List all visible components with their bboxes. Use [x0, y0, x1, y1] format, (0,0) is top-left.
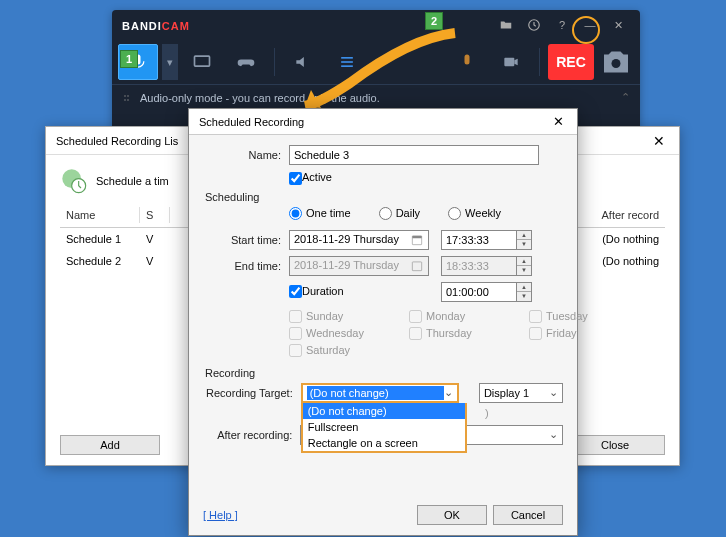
schedule-prompt-text: Schedule a tim: [96, 175, 169, 187]
highlight-circle: [572, 16, 600, 44]
chevron-down-icon: ⌄: [444, 386, 453, 399]
end-time-input: [441, 256, 517, 276]
folder-icon[interactable]: [494, 13, 518, 37]
end-label: End time:: [203, 260, 289, 272]
tuesday-checkbox: Tuesday: [529, 310, 639, 323]
game-mode-button[interactable]: [226, 44, 266, 80]
dialog-title-bar: Scheduled Recording ✕: [189, 109, 577, 135]
svg-point-10: [127, 99, 129, 101]
start-date-input[interactable]: 2018-11-29 Thursday: [289, 230, 429, 250]
cancel-button[interactable]: Cancel: [493, 505, 563, 525]
screen-mode-button[interactable]: [182, 44, 222, 80]
svg-rect-1: [195, 56, 210, 66]
target-label: Recording Target:: [203, 387, 301, 399]
col-s[interactable]: S: [140, 207, 170, 223]
record-button[interactable]: REC: [548, 44, 594, 80]
svg-point-8: [124, 99, 126, 101]
mode-dropdown-arrow[interactable]: ▾: [162, 44, 178, 80]
svg-rect-4: [341, 65, 353, 67]
calendar-icon[interactable]: [410, 233, 424, 247]
close-icon[interactable]: ✕: [606, 13, 630, 37]
grip-icon: [122, 92, 134, 104]
schedule-dialog: Scheduled Recording ✕ Name: Active Sched…: [188, 108, 578, 536]
collapse-icon[interactable]: ⌃: [621, 91, 630, 104]
webcam-icon[interactable]: [491, 44, 531, 80]
close-button[interactable]: Close: [565, 435, 665, 455]
monday-checkbox: Monday: [409, 310, 519, 323]
name-input[interactable]: [289, 145, 539, 165]
name-label: Name:: [203, 149, 289, 161]
active-checkbox[interactable]: Active: [289, 171, 332, 185]
svg-rect-15: [412, 262, 421, 271]
help-icon[interactable]: ?: [550, 13, 574, 37]
duration-spinner[interactable]: ▲▼: [516, 282, 532, 302]
start-time-spinner[interactable]: ▲▼: [516, 230, 532, 250]
duration-checkbox[interactable]: Duration: [289, 285, 429, 299]
end-date-input: 2018-11-29 Thursday: [289, 256, 429, 276]
clock-icon[interactable]: [522, 13, 546, 37]
svg-rect-5: [504, 58, 514, 66]
thursday-checkbox: Thursday: [409, 327, 519, 340]
add-button[interactable]: Add: [60, 435, 160, 455]
brand-logo: BANDICAM: [122, 17, 190, 33]
daily-radio[interactable]: Daily: [379, 207, 420, 220]
chevron-down-icon: ⌄: [549, 428, 558, 441]
mic-toggle-icon[interactable]: [447, 44, 487, 80]
svg-rect-14: [412, 236, 421, 238]
dropdown-option[interactable]: Rectangle on a screen: [303, 435, 465, 451]
start-time-input[interactable]: [441, 230, 517, 250]
screenshot-button[interactable]: [598, 44, 634, 80]
weekday-checkboxes: Sunday Monday Tuesday Wednesday Thursday…: [289, 310, 563, 357]
close-icon[interactable]: ✕: [549, 114, 567, 129]
weekly-radio[interactable]: Weekly: [448, 207, 501, 220]
svg-rect-2: [341, 57, 353, 59]
recording-target-combo[interactable]: (Do not change) ⌄ (Do not change) Fullsc…: [301, 383, 459, 403]
svg-point-9: [127, 95, 129, 97]
recording-section-label: Recording: [205, 367, 563, 379]
saturday-checkbox: Saturday: [289, 344, 399, 357]
sunday-checkbox: Sunday: [289, 310, 399, 323]
mode-info-bar: Audio-only mode - you can record only th…: [112, 84, 640, 110]
chevron-down-icon: ⌄: [549, 386, 558, 399]
ok-button[interactable]: OK: [417, 505, 487, 525]
globe-clock-icon: [60, 167, 88, 195]
onetime-radio[interactable]: One time: [289, 207, 351, 220]
dropdown-option[interactable]: (Do not change): [303, 403, 465, 419]
scheduling-section-label: Scheduling: [205, 191, 563, 203]
wednesday-checkbox: Wednesday: [289, 327, 399, 340]
after-label: After recording:: [203, 429, 300, 441]
callout-marker-1: 1: [120, 50, 138, 68]
svg-point-7: [124, 95, 126, 97]
col-name[interactable]: Name: [60, 207, 140, 223]
target-dropdown: (Do not change) Fullscreen Rectangle on …: [301, 403, 467, 453]
calendar-icon: [410, 259, 424, 273]
end-time-spinner: ▲▼: [516, 256, 532, 276]
display-value: ): [485, 407, 489, 419]
friday-checkbox: Friday: [529, 327, 639, 340]
display-combo[interactable]: Display 1⌄: [479, 383, 563, 403]
close-icon[interactable]: ✕: [649, 133, 669, 149]
help-link[interactable]: [ Help ]: [203, 509, 238, 521]
title-bar: BANDICAM ? — ✕: [112, 10, 640, 40]
start-label: Start time:: [203, 234, 289, 246]
settings-icon[interactable]: [327, 44, 367, 80]
svg-rect-3: [341, 61, 353, 63]
volume-icon[interactable]: [283, 44, 323, 80]
list-window-title: Scheduled Recording Lis: [56, 135, 178, 147]
mode-info-text: Audio-only mode - you can record only th…: [140, 92, 380, 104]
duration-input[interactable]: [441, 282, 517, 302]
dialog-title: Scheduled Recording: [199, 116, 304, 128]
callout-marker-2: 2: [425, 12, 443, 30]
dropdown-option[interactable]: Fullscreen: [303, 419, 465, 435]
toolbar: ▾ REC: [112, 40, 640, 84]
svg-point-6: [612, 59, 621, 68]
